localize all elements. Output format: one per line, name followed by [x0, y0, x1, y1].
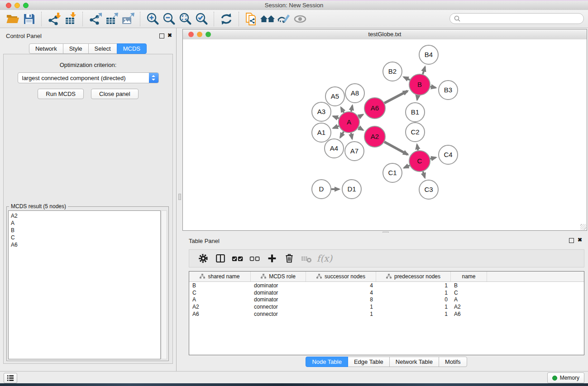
tab-network[interactable]: Network	[29, 43, 63, 54]
table-cell[interactable]: connector	[251, 311, 306, 317]
column-header-mcds-role[interactable]: MCDS role	[251, 272, 306, 281]
tab-style[interactable]: Style	[63, 43, 89, 54]
add-column-icon[interactable]	[263, 252, 281, 265]
select-all-icon[interactable]	[229, 252, 246, 265]
table-row[interactable]: Cdominator41C	[189, 289, 584, 296]
column-header-name[interactable]: name	[451, 272, 487, 281]
table-cell[interactable]: 1	[376, 311, 451, 317]
network-from-selection-icon[interactable]	[243, 11, 259, 27]
node-A3[interactable]: A3	[312, 102, 331, 121]
node-B[interactable]: B	[409, 74, 430, 95]
node-A7[interactable]: A7	[345, 142, 364, 161]
node-B3[interactable]: B3	[439, 81, 458, 100]
table-cell[interactable]: 1	[376, 304, 451, 310]
criterion-dropdown[interactable]: largest connected component (directed)	[18, 72, 159, 83]
column-header-successor-nodes[interactable]: successor nodes	[306, 272, 376, 281]
node-C3[interactable]: C3	[419, 180, 438, 199]
table-cell[interactable]: 4	[306, 290, 376, 296]
tab-network-table[interactable]: Network Table	[389, 357, 439, 367]
table-row[interactable]: Adominator80A	[189, 296, 584, 303]
mcds-result-item[interactable]: B	[11, 227, 158, 234]
node-A1[interactable]: A1	[312, 123, 331, 142]
table-cell[interactable]: 8	[306, 296, 376, 303]
table-cell[interactable]: 1	[376, 282, 451, 289]
run-mcds-button[interactable]: Run MCDS	[38, 89, 84, 99]
tab-edge-table[interactable]: Edge Table	[348, 357, 390, 367]
mcds-result-item[interactable]: C	[11, 234, 158, 241]
table-cell[interactable]: 1	[376, 290, 451, 296]
float-panel-icon[interactable]	[159, 33, 164, 38]
table-cell[interactable]: A6	[451, 311, 487, 317]
mcds-result-item[interactable]: A6	[11, 241, 158, 248]
eye-icon[interactable]	[292, 11, 308, 27]
table-cell[interactable]: dominator	[251, 290, 306, 296]
homes-icon[interactable]	[259, 11, 276, 27]
node-A6[interactable]: A6	[364, 98, 385, 119]
table-row[interactable]: A2connector11A2	[189, 303, 584, 310]
open-session-icon[interactable]	[5, 11, 21, 27]
node-D1[interactable]: D1	[342, 180, 361, 199]
table-cell[interactable]: A6	[189, 311, 251, 317]
table-cell[interactable]: 1	[306, 311, 376, 317]
table-cell[interactable]: B	[451, 282, 487, 289]
zoom-fit-icon[interactable]	[177, 11, 193, 27]
column-header-shared-name[interactable]: shared name	[189, 272, 251, 281]
node-A4[interactable]: A4	[325, 139, 344, 158]
mcds-result-list[interactable]: A2ABCA6	[8, 210, 161, 359]
table-cell[interactable]: B	[189, 282, 251, 289]
tab-motifs[interactable]: Motifs	[439, 357, 467, 367]
close-panel-button[interactable]: Close panel	[91, 89, 139, 99]
table-cell[interactable]: 0	[376, 296, 451, 303]
table-cell[interactable]: C	[451, 290, 487, 296]
table-cell[interactable]: 1	[306, 304, 376, 310]
dropdown-stepper-icon[interactable]	[149, 73, 158, 83]
deselect-all-icon[interactable]	[246, 252, 263, 265]
table-cell[interactable]: 4	[306, 282, 376, 289]
node-D[interactable]: D	[312, 180, 331, 199]
table-cell[interactable]: A	[451, 296, 487, 303]
save-session-icon[interactable]	[21, 11, 37, 27]
node-B4[interactable]: B4	[419, 45, 438, 64]
node-A2[interactable]: A2	[364, 126, 385, 147]
graphics-details-icon[interactable]	[276, 11, 292, 27]
refresh-view-icon[interactable]	[218, 11, 234, 27]
import-network-icon[interactable]	[46, 11, 62, 27]
export-table-icon[interactable]	[103, 11, 120, 27]
result-list-scrollbar[interactable]	[161, 210, 167, 359]
node-C[interactable]: C	[409, 151, 430, 172]
node-A[interactable]: A	[339, 112, 359, 133]
table-cell[interactable]: C	[189, 290, 251, 296]
close-panel-icon[interactable]: ✖	[578, 237, 582, 243]
search-input[interactable]	[463, 15, 579, 22]
float-panel-icon[interactable]	[569, 238, 574, 243]
search-field[interactable]	[449, 13, 584, 24]
tab-select[interactable]: Select	[88, 43, 117, 54]
column-visibility-icon[interactable]	[212, 252, 229, 265]
table-cell[interactable]: connector	[251, 304, 306, 310]
table-row[interactable]: A6connector11A6	[189, 310, 584, 318]
zoom-selected-icon[interactable]	[193, 11, 210, 27]
tab-node-table[interactable]: Node Table	[306, 357, 348, 367]
export-image-icon[interactable]	[120, 11, 136, 27]
settings-gear-icon[interactable]	[195, 252, 212, 265]
delete-column-icon[interactable]	[281, 252, 298, 265]
node-B1[interactable]: B1	[406, 103, 425, 122]
column-header-predecessor-nodes[interactable]: predecessor nodes	[376, 272, 451, 281]
mcds-result-item[interactable]: A2	[11, 212, 158, 219]
node-B2[interactable]: B2	[383, 62, 402, 81]
network-canvas[interactable]: AA1A2A3A4A5A6A7A8BB1B2B3B4CC1C2C3C4DD1	[183, 39, 587, 230]
window-resize-grip[interactable]	[580, 224, 586, 230]
table-cell[interactable]: dominator	[251, 296, 306, 303]
node-C2[interactable]: C2	[406, 123, 425, 142]
node-A5[interactable]: A5	[325, 87, 344, 106]
table-cell[interactable]: A	[189, 296, 251, 303]
close-panel-icon[interactable]: ✖	[167, 32, 172, 38]
tab-mcds[interactable]: MCDS	[117, 43, 147, 54]
mcds-result-item[interactable]: A	[11, 219, 158, 227]
table-row[interactable]: Bdominator41B	[189, 282, 584, 289]
zoom-out-icon[interactable]	[161, 11, 177, 27]
task-history-button[interactable]	[4, 373, 17, 383]
node-C1[interactable]: C1	[383, 163, 402, 182]
network-graph[interactable]: AA1A2A3A4A5A6A7A8BB1B2B3B4CC1C2C3C4DD1	[183, 39, 587, 231]
node-C4[interactable]: C4	[439, 145, 458, 164]
